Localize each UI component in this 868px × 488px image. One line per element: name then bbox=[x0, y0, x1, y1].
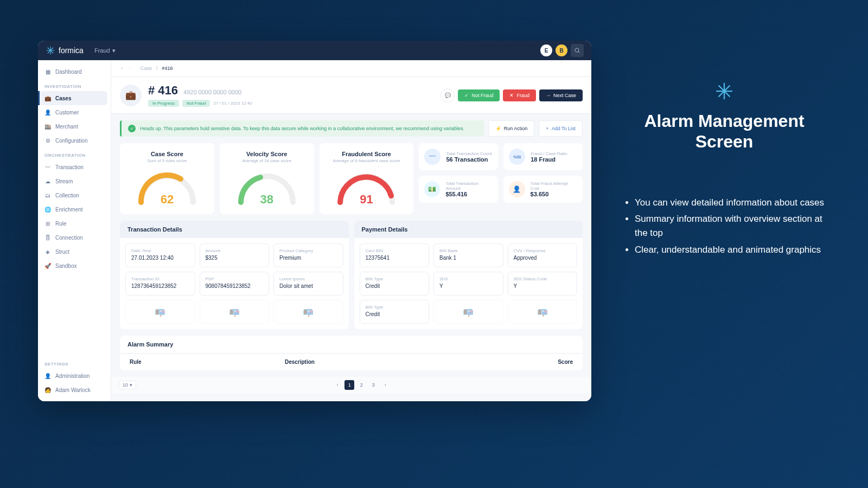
sidebar-label: Collection bbox=[55, 192, 79, 198]
field-value: Y bbox=[514, 283, 572, 289]
sidebar-item-cases[interactable]: 💼 Cases bbox=[38, 91, 107, 105]
main-content: ‹ › Case / #416 💼 # 416 4920 0000 0000 0… bbox=[111, 60, 591, 401]
case-briefcase-icon: 💼 bbox=[120, 85, 142, 106]
transaction-details-panel: Transaction Details Date Time27.01.2023 … bbox=[120, 221, 349, 329]
sidebar-item-transaction[interactable]: 〰 Transaction bbox=[38, 160, 111, 174]
sidebar-label: Rule bbox=[55, 221, 67, 227]
page-3[interactable]: 3 bbox=[368, 380, 378, 390]
sidebar-item-stream[interactable]: ☁ Stream bbox=[38, 174, 111, 188]
promo-title: Alarm Management Screen bbox=[613, 111, 835, 152]
sidebar-item-configuration[interactable]: ⚙ Configuration bbox=[38, 133, 111, 147]
tree-icon: ⊞ bbox=[44, 220, 51, 227]
payment-details-panel: Payment Details Card BIN12375641BIN Bank… bbox=[354, 221, 583, 329]
score-title: Case Score bbox=[151, 151, 183, 157]
check-icon: ✓ bbox=[464, 93, 469, 98]
field-value: Credit bbox=[366, 311, 424, 317]
search-button[interactable] bbox=[571, 44, 584, 57]
sidebar-item-sandbox[interactable]: 🚀 Sandbox bbox=[38, 259, 111, 273]
not-fraud-button[interactable]: ✓Not Fraud bbox=[458, 89, 500, 101]
field-card: Product CategoryPremium bbox=[273, 243, 343, 267]
sidebar-label: Merchant bbox=[55, 124, 78, 130]
next-case-button[interactable]: →Next Case bbox=[539, 89, 583, 101]
svg-point-0 bbox=[575, 48, 579, 52]
sidebar-item-administration[interactable]: 👤 Administration bbox=[38, 369, 111, 383]
snowflake-icon bbox=[714, 81, 734, 101]
breadcrumb-case[interactable]: Case bbox=[141, 66, 152, 71]
field-card: Date Time27.01.2023 12:40 bbox=[125, 243, 195, 267]
page-next[interactable]: › bbox=[380, 380, 390, 390]
bolt-icon: ⚡ bbox=[495, 126, 501, 131]
field-value: 908078459123852 bbox=[206, 283, 264, 289]
field-value: Premium bbox=[279, 255, 337, 261]
button-label: Add To List bbox=[552, 126, 576, 131]
run-action-button[interactable]: ⚡Run Action bbox=[488, 120, 535, 137]
breadcrumb: ‹ › Case / #416 bbox=[111, 60, 591, 77]
stat-value: $55.416 bbox=[445, 191, 493, 197]
page-1[interactable]: 1 bbox=[344, 380, 354, 390]
field-value: $325 bbox=[206, 255, 264, 261]
gauge-fraud: 91 bbox=[334, 169, 399, 207]
sidebar: ▦ Dashboard INVESTIGATION 💼 Cases 👤 Cust… bbox=[38, 60, 111, 401]
folder-icon: 🗂 bbox=[44, 192, 51, 198]
avatar-e[interactable]: E bbox=[540, 44, 552, 56]
sidebar-item-connection[interactable]: 🗄 Connection bbox=[38, 230, 111, 245]
page-2[interactable]: 2 bbox=[356, 380, 366, 390]
sidebar-item-merchant[interactable]: 🏬 Merchant bbox=[38, 119, 111, 133]
sidebar-item-dashboard[interactable]: ▦ Dashboard bbox=[38, 65, 111, 79]
field-value: Bank 1 bbox=[439, 255, 497, 261]
sidebar-label: Transaction bbox=[55, 164, 84, 170]
field-empty: 📭 bbox=[125, 300, 195, 324]
sidebar-label: Sandbox bbox=[55, 263, 76, 269]
field-card: 3DSY bbox=[433, 272, 503, 296]
breadcrumb-forward[interactable]: › bbox=[128, 65, 132, 72]
brand-logo[interactable]: formica bbox=[46, 46, 84, 55]
inbox-icon: 📭 bbox=[537, 307, 548, 317]
sidebar-item-enrichment[interactable]: 🌐 Enrichment bbox=[38, 202, 111, 216]
sidebar-item-struct[interactable]: ◈ Struct bbox=[38, 245, 111, 259]
promo-title-l2: Screen bbox=[695, 132, 754, 151]
person-icon: 👤 bbox=[44, 109, 51, 115]
page-prev[interactable]: ‹ bbox=[333, 380, 342, 390]
rocket-icon: 🚀 bbox=[44, 262, 51, 269]
stat-value: $3.650 bbox=[531, 191, 577, 197]
stat-transaction-count: 〰 Total Transaction Count56 Transaction bbox=[419, 143, 498, 170]
breadcrumb-back[interactable]: ‹ bbox=[120, 65, 124, 72]
app-window: formica Fraud ▾ E B ▦ Dashboard INVESTIG… bbox=[38, 41, 591, 401]
sidebar-item-rule[interactable]: ⊞ Rule bbox=[38, 216, 111, 230]
sidebar-label: Configuration bbox=[55, 138, 87, 144]
panel-title: Payment Details bbox=[354, 221, 583, 238]
score-sub: Average of 8 fraudulent case score bbox=[333, 158, 400, 163]
gauge-velocity: 38 bbox=[234, 169, 299, 207]
field-label: Transaction ID bbox=[131, 277, 189, 281]
field-card: Transaction ID128736459123852 bbox=[125, 272, 195, 296]
chat-button[interactable]: 💬 bbox=[441, 88, 455, 102]
field-label: 3DS bbox=[439, 277, 497, 281]
top-menu-fraud[interactable]: Fraud ▾ bbox=[94, 47, 116, 54]
brand-name: formica bbox=[59, 46, 84, 55]
grid-icon: ▦ bbox=[44, 68, 51, 75]
sidebar-item-customer[interactable]: 👤 Customer bbox=[38, 105, 111, 119]
field-value: Y bbox=[439, 283, 497, 289]
sidebar-section-investigation: INVESTIGATION bbox=[38, 79, 111, 91]
field-label: Card BIN bbox=[366, 248, 424, 253]
button-label: Run Action bbox=[504, 126, 528, 131]
field-card: BIN BankBank 1 bbox=[433, 243, 503, 267]
add-to-list-button[interactable]: +Add To List bbox=[539, 120, 583, 137]
field-empty: 📭 bbox=[273, 300, 343, 324]
sidebar-label: Struct bbox=[55, 249, 69, 255]
sidebar-item-user[interactable]: 🧑 Adam Warlock bbox=[38, 383, 111, 397]
page-size-select[interactable]: 10 ▾ bbox=[119, 381, 136, 389]
fraud-button[interactable]: ✕Fraud bbox=[503, 89, 536, 101]
sidebar-label: Dashboard bbox=[55, 69, 82, 75]
field-label: Lorem Ipsum bbox=[279, 277, 337, 281]
gauge-value: 38 bbox=[260, 192, 273, 207]
page-size-value: 10 bbox=[123, 382, 128, 388]
gauge-case: 62 bbox=[135, 169, 200, 207]
stat-fraud-attempt: 👤 Total Fraud Attempt Cost$3.650 bbox=[503, 176, 583, 203]
field-label: Date Time bbox=[131, 248, 189, 253]
top-menu-label: Fraud bbox=[94, 47, 110, 54]
avatar-b[interactable]: B bbox=[556, 44, 567, 56]
store-icon: 🏬 bbox=[44, 123, 51, 130]
sidebar-item-collection[interactable]: 🗂 Collection bbox=[38, 188, 111, 202]
field-label: PSP bbox=[206, 277, 264, 281]
